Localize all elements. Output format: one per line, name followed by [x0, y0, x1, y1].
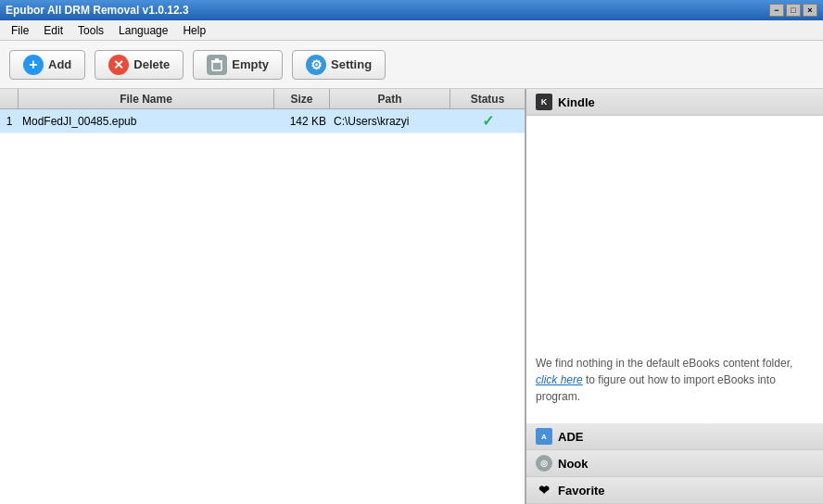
menu-help[interactable]: Help — [175, 22, 213, 39]
kindle-section-header[interactable]: K Kindle — [526, 89, 823, 116]
menu-bar: File Edit Tools Language Help — [0, 20, 823, 41]
empty-button[interactable]: Empty — [193, 50, 283, 80]
delete-button[interactable]: ✕ Delete — [95, 50, 184, 80]
kindle-message-part1: We find nothing in the default eBooks co… — [536, 357, 792, 370]
svg-rect-1 — [211, 60, 222, 62]
cell-filename: ModFedJI_00485.epub — [19, 115, 274, 128]
setting-button[interactable]: ⚙ Setting — [292, 50, 386, 80]
add-label: Add — [48, 57, 71, 71]
toolbar: + Add ✕ Delete Empty ⚙ Setting — [0, 41, 823, 89]
add-button[interactable]: + Add — [9, 50, 85, 80]
col-header-filename: File Name — [19, 89, 274, 108]
ade-label: ADE — [558, 430, 583, 444]
kindle-icon: K — [536, 94, 552, 110]
maximize-button[interactable]: □ — [786, 4, 801, 17]
cell-path: C:\Users\krazyi — [330, 115, 450, 128]
empty-icon — [207, 55, 227, 75]
col-header-size: Size — [274, 89, 330, 108]
status-check-icon: ✓ — [482, 112, 494, 130]
favorite-section-header[interactable]: ❤ Favorite — [526, 477, 823, 504]
svg-rect-0 — [212, 62, 222, 70]
right-panel: K Kindle We find nothing in the default … — [526, 89, 823, 504]
col-header-num — [0, 89, 19, 108]
cell-size: 142 KB — [274, 115, 330, 128]
menu-edit[interactable]: Edit — [36, 22, 70, 39]
favorite-label: Favorite — [558, 484, 605, 498]
delete-icon: ✕ — [108, 55, 129, 75]
col-header-status: Status — [450, 89, 525, 108]
ade-section-header[interactable]: A ADE — [526, 423, 823, 450]
setting-icon: ⚙ — [306, 55, 326, 75]
nook-label: Nook — [558, 457, 589, 471]
minimize-button[interactable]: − — [769, 4, 784, 17]
nook-icon: ◎ — [536, 455, 552, 472]
empty-label: Empty — [232, 57, 269, 71]
col-header-path: Path — [330, 89, 450, 108]
kindle-message: We find nothing in the default eBooks co… — [536, 355, 814, 405]
table-row[interactable]: 1 ModFedJI_00485.epub 142 KB C:\Users\kr… — [0, 109, 525, 133]
delete-label: Delete — [133, 57, 170, 71]
kindle-click-here-link[interactable]: click here — [536, 373, 583, 386]
menu-language[interactable]: Language — [111, 22, 175, 39]
file-list-header: File Name Size Path Status — [0, 89, 525, 109]
file-list-body: 1 ModFedJI_00485.epub 142 KB C:\Users\kr… — [0, 109, 525, 504]
main-area: File Name Size Path Status 1 ModFedJI_00… — [0, 89, 823, 504]
kindle-content: We find nothing in the default eBooks co… — [526, 116, 823, 423]
window-title: Epubor All DRM Removal v1.0.12.3 — [6, 4, 189, 17]
cell-status: ✓ — [450, 112, 525, 130]
menu-tools[interactable]: Tools — [70, 22, 111, 39]
kindle-label: Kindle — [558, 95, 595, 109]
favorite-icon: ❤ — [536, 482, 552, 498]
cell-num: 1 — [0, 115, 19, 128]
nook-section-header[interactable]: ◎ Nook — [526, 450, 823, 477]
title-bar: Epubor All DRM Removal v1.0.12.3 − □ × — [0, 0, 823, 20]
svg-rect-2 — [215, 58, 219, 60]
ade-icon: A — [536, 428, 552, 445]
setting-label: Setting — [331, 57, 372, 71]
window-controls: − □ × — [769, 4, 817, 17]
menu-file[interactable]: File — [4, 22, 36, 39]
file-list-panel: File Name Size Path Status 1 ModFedJI_00… — [0, 89, 526, 504]
add-icon: + — [23, 55, 44, 75]
close-button[interactable]: × — [803, 4, 817, 17]
